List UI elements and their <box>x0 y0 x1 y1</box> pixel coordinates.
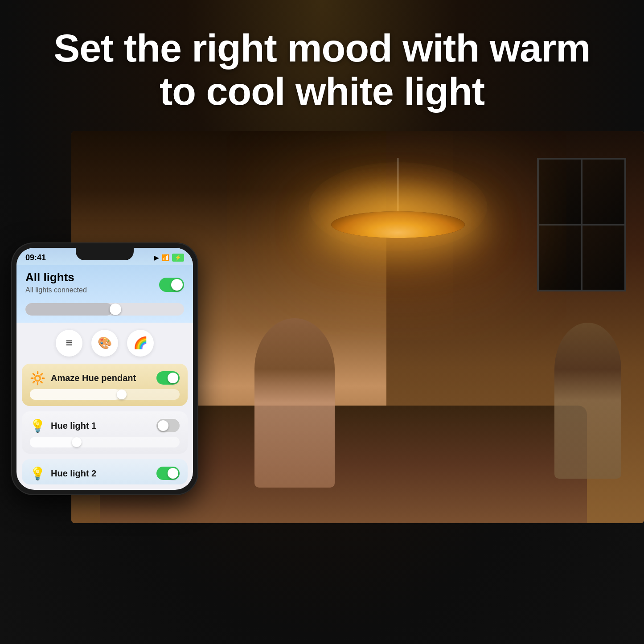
hue1-slider-knob <box>72 437 82 447</box>
status-time: 09:41 <box>25 253 46 263</box>
phone-notch <box>76 248 134 260</box>
hue1-brightness-slider[interactable] <box>30 437 180 447</box>
light-item-hue1-left: 💡 Hue light 1 <box>30 418 96 433</box>
icon-tabs: ≡ 🎨 🌈 <box>16 323 193 364</box>
person-left <box>254 318 335 488</box>
status-icons: ▶ 📶 ⚡ <box>154 254 184 262</box>
hue2-toggle-knob <box>168 468 178 479</box>
master-brightness-slider[interactable] <box>25 303 184 316</box>
list-tab[interactable]: ≡ <box>56 330 82 357</box>
light-item-hue2: 💡 Hue light 2 <box>22 459 188 484</box>
pendant-slider-knob <box>117 390 127 399</box>
brightness-fill <box>25 303 113 316</box>
hue1-toggle-knob <box>158 420 168 431</box>
hue2-toggle[interactable] <box>156 467 180 480</box>
hue1-icon: 💡 <box>30 418 45 433</box>
light-item-pendant-header: 🔆 Amaze Hue pendant <box>22 364 188 389</box>
master-toggle-knob <box>171 279 183 291</box>
app-title: All lights <box>25 271 87 284</box>
master-toggle-row: All lights All lights connected <box>25 271 184 299</box>
color-tab[interactable]: 🌈 <box>127 330 154 357</box>
signal-icon: ▶ <box>154 254 159 261</box>
app-subtitle: All lights connected <box>25 286 87 294</box>
people-area <box>186 249 644 523</box>
app-header: All lights All lights connected <box>16 265 193 323</box>
pendant-slider-fill <box>30 389 120 400</box>
hue2-name: Hue light 2 <box>51 468 96 479</box>
headline: Set the right mood with warm to cool whi… <box>0 0 644 131</box>
headline-text-2: to cool white light <box>160 69 484 113</box>
pendant-brightness-slider[interactable] <box>30 389 180 400</box>
light-item-hue2-left: 💡 Hue light 2 <box>30 466 96 481</box>
pendant-icon: 🔆 <box>30 371 45 386</box>
window-pane-2 <box>582 160 624 224</box>
phone-screen: 09:41 ▶ 📶 ⚡ All lights All lights connec… <box>16 248 193 490</box>
light-item-hue1: 💡 Hue light 1 <box>22 411 188 454</box>
pendant-toggle[interactable] <box>156 371 180 385</box>
scene-tab[interactable]: 🎨 <box>91 330 118 357</box>
pendant-toggle-knob <box>168 373 178 383</box>
headline-text: Set the right mood with warm <box>53 26 590 70</box>
wifi-icon: 📶 <box>162 254 169 261</box>
hue1-name: Hue light 1 <box>51 421 96 431</box>
hue1-slider-fill <box>30 437 75 447</box>
person-right <box>554 323 621 479</box>
lamp-body <box>331 211 465 238</box>
app-title-group: All lights All lights connected <box>25 271 87 299</box>
battery-icon: ⚡ <box>172 254 184 262</box>
phone: 09:41 ▶ 📶 ⚡ All lights All lights connec… <box>11 242 198 495</box>
pendant-name: Amaze Hue pendant <box>51 373 136 383</box>
brightness-knob <box>110 304 121 315</box>
light-item-hue2-header: 💡 Hue light 2 <box>22 459 188 484</box>
light-item-pendant-left: 🔆 Amaze Hue pendant <box>30 371 136 386</box>
master-toggle[interactable] <box>159 278 184 292</box>
lamp-glow <box>309 162 487 251</box>
window-pane-1 <box>539 160 581 224</box>
pendant-lamp <box>331 158 465 238</box>
hue2-icon: 💡 <box>30 466 45 481</box>
light-item-pendant: 🔆 Amaze Hue pendant <box>22 364 188 406</box>
light-item-hue1-header: 💡 Hue light 1 <box>22 411 188 437</box>
phone-container: 09:41 ▶ 📶 ⚡ All lights All lights connec… <box>11 242 198 495</box>
hue1-toggle[interactable] <box>156 419 180 432</box>
